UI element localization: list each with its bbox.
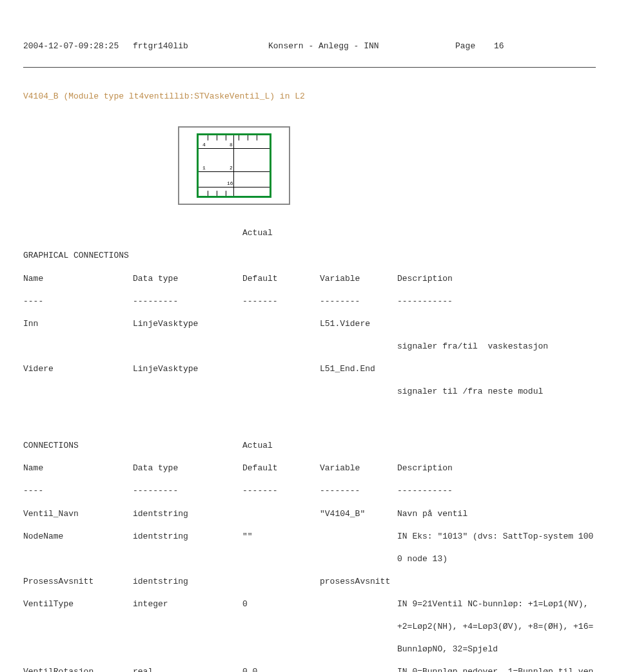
header-page-label: Page (455, 41, 494, 52)
col-default: Default (242, 273, 320, 285)
table-row: 0 node 13) (23, 553, 596, 565)
gc-title: GRAPHICAL CONNECTIONS (23, 250, 133, 262)
table-row: VentilTypeinteger0IN 9=21Ventil NC-bunnl… (23, 599, 596, 610)
connections-heading: CONNECTIONSActual (23, 440, 596, 452)
page-header: 2004-12-07-09:28:25frtgr140libKonsern - … (23, 41, 596, 52)
actual-label: Actual (242, 227, 320, 239)
table-row: +2=Løp2(NH), +4=Løp3(ØV), +8=(ØH), +16= (23, 621, 596, 633)
col-datatype: Data type (133, 273, 242, 285)
table-row: ProsessAvsnittidentstringprosessAvsnitt (23, 576, 596, 588)
module-diagram: 481216 (178, 126, 596, 205)
table-row: signaler fra/til vaskestasjon (23, 341, 596, 352)
table-row: VidereLinjeVasktypeL51_End.End (23, 363, 596, 375)
header-lib: frtgr140lib (133, 41, 268, 52)
col-variable: Variable (320, 273, 397, 285)
header-location: Konsern - Anlegg - INN (268, 41, 455, 52)
table-row: Ventil_Navnidentstring"V4104_B"Navn på v… (23, 508, 596, 520)
cn-columns: NameData typeDefaultVariableDescription (23, 463, 596, 474)
diagram-label-1: 1 (202, 165, 206, 172)
diagram-label-8: 8 (230, 142, 233, 149)
header-timestamp: 2004-12-07-09:28:25 (23, 41, 133, 52)
cn-dash: --------------------------------------- (23, 485, 596, 497)
graphical-connections-heading: Actual (23, 227, 596, 239)
diagram-label-4: 4 (202, 142, 206, 149)
col-description: Description (397, 273, 596, 285)
table-row: BunnløpNO, 32=Spjeld (23, 644, 596, 655)
col-name: Name (23, 273, 133, 285)
table-row: signaler til /fra neste modul (23, 386, 596, 398)
page-title: V4104_B (Module type lt4ventillib:STVask… (23, 91, 596, 102)
table-row: VentilRotasjonreal0.0IN 0=Bunnløp nedove… (23, 666, 596, 672)
gc-columns: NameData typeDefaultVariableDescription (23, 273, 596, 285)
header-page-number: 16 (494, 41, 504, 52)
diagram-label-16: 16 (227, 180, 233, 187)
gc-dash: --------------------------------------- (23, 296, 596, 307)
cn-title: CONNECTIONS (23, 440, 133, 452)
diagram-label-2: 2 (230, 165, 233, 172)
header-rule (23, 67, 596, 68)
table-row: InnLinjeVasktypeL51.Videre (23, 318, 596, 330)
table-row: NodeNameidentstring""IN Eks: "1013" (dvs… (23, 531, 596, 542)
actual-label: Actual (242, 440, 320, 452)
